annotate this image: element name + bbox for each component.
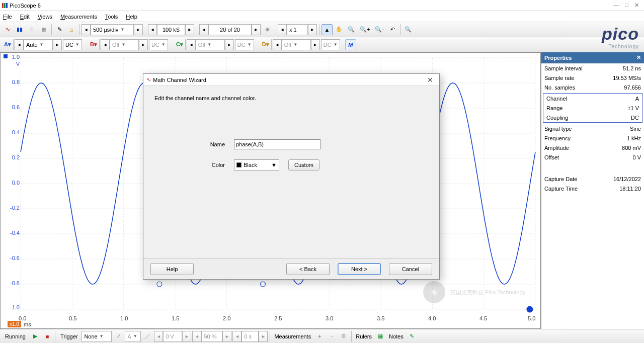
hand-icon[interactable]: ✋ [334,24,345,35]
timebase-control[interactable]: ◄ 500 µs/div▼ ► [82,24,143,35]
timebase-combo[interactable]: 500 µs/div▼ [91,24,134,35]
window-titlebar: PicoScope 6 — □ ✕ [0,0,644,11]
samples-value-box[interactable]: 100 kS [157,24,185,35]
menu-tools[interactable]: Tools [105,14,118,20]
math-channel-icon[interactable]: M [345,39,356,50]
buffer-prev[interactable]: ◄ [199,24,208,35]
color-value: Black [244,162,257,168]
rulers-icon[interactable]: ▦ [375,331,386,342]
maximize-button[interactable]: □ [625,2,628,9]
statusbar: Running ▶ ■ Trigger None▼ ↗ A▼ ／ ◄0 V► ◄… [0,329,644,343]
math-channel-wizard-dialog: ∿ Math Channel Wizard ✕ Edit the channel… [143,73,440,280]
properties-close-icon[interactable]: ✕ [636,54,641,61]
back-button[interactable]: < Back [286,263,330,275]
go-button[interactable]: ▶ [30,331,41,342]
notes-icon[interactable]: ✎ [407,331,418,342]
pointer-icon[interactable]: ▲ [321,24,333,35]
timebase-next[interactable]: ► [134,24,143,35]
samples-prev[interactable]: ◄ [148,24,157,35]
zoom-undo-icon[interactable]: ↶ [387,24,398,35]
measurements-remove-icon[interactable]: － [326,331,337,342]
spectrum-view-icon[interactable]: ▮▮ [14,24,25,35]
buffer-value: 20 of 20 [220,27,240,33]
zoom-out-icon[interactable]: 🔍- [373,24,386,35]
samples-control[interactable]: ◄ 100 kS ► [148,24,194,35]
zoom-area-icon[interactable]: 🔍 [346,24,357,35]
y-unit: V [12,61,20,67]
samples-next[interactable]: ► [185,24,194,35]
samples-value: 100 kS [163,27,180,33]
channel-d-chip[interactable]: D▾ [260,39,272,50]
x-scale-chip[interactable]: x1.0 [8,321,21,327]
zoom-next[interactable]: ► [308,24,317,35]
custom-color-button[interactable]: Custom [288,159,319,170]
menu-views[interactable]: Views [38,14,52,20]
trigger-edge-icon[interactable]: ↗ [113,331,124,342]
trigger-channel[interactable]: A▼ [125,331,141,342]
channel-b-chip[interactable]: B▾ [88,39,100,50]
home-icon[interactable]: ⌂ [66,24,77,35]
x-unit: ms [24,321,31,327]
close-button[interactable]: ✕ [634,2,639,9]
channel-a-chip[interactable]: A▾ [2,39,14,50]
zoom-fit-icon[interactable]: 🔍 [403,24,414,35]
zoom-prev[interactable]: ◄ [278,24,287,35]
channel-b-coupling[interactable]: DC▼ [149,39,168,50]
notes-label[interactable]: Notes [387,333,406,339]
next-button[interactable]: Next > [338,263,381,275]
buffer-next[interactable]: ► [252,24,261,35]
toolbar-channels: A▾ ◄ Auto▼ ► DC▼ B▾ ◄ Off▼ ► DC▼ C▾ ◄ Of… [0,37,644,52]
measurements-label[interactable]: Measurements [272,333,313,339]
channel-a-coupling[interactable]: DC▼ [63,39,82,50]
measurements-add-icon[interactable]: ＋ [314,331,325,342]
timebase-value: 500 µs/div [93,27,118,33]
menu-help[interactable]: Help [126,14,137,20]
channel-c-range-val: Off [198,42,205,48]
help-button[interactable]: Help [150,263,194,275]
channel-c-range[interactable]: ◄ Off▼ ► [187,39,234,50]
x-tick: 4.0 [428,315,436,321]
stop-button[interactable]: ■ [42,331,53,342]
measurements-edit-icon[interactable]: ⚙ [338,331,349,342]
channel-name-input[interactable] [234,139,320,149]
zoom-in-icon[interactable]: 🔍+ [358,24,372,35]
menu-edit[interactable]: Edit [20,14,30,20]
minimize-button[interactable]: — [613,2,619,9]
channel-c-coupling[interactable]: DC▼ [235,39,254,50]
trigger-level[interactable]: ◄0 V► [154,331,191,342]
properties-panel: Properties ✕ Sample interval51.2 ns Samp… [541,52,644,329]
menu-measurements[interactable]: Measurements [60,14,97,20]
trigger-slope-icon[interactable]: ／ [142,331,153,342]
timebase-prev[interactable]: ◄ [82,24,91,35]
zoom-control[interactable]: ◄ x 1 ► [278,24,317,35]
dialog-close-icon[interactable]: ✕ [424,76,436,84]
y-tick: -0.8 [3,280,20,286]
zoom-value: x 1 [289,27,297,33]
trigger-percent[interactable]: ◄50 %► [192,331,231,342]
channel-d-range[interactable]: ◄ Off▼ ► [273,39,320,50]
app-icon [2,3,8,8]
y-tick: -0.2 [3,205,20,211]
color-label: Color [205,162,225,168]
cancel-button[interactable]: Cancel [389,263,432,275]
wand-icon[interactable]: ✎ [54,24,65,35]
y-tick: 0.6 [3,104,20,110]
trigger-mode[interactable]: None▼ [82,331,112,342]
channel-b-range[interactable]: ◄ Off▼ ► [101,39,148,50]
channel-a-range[interactable]: ◄ Auto▼ ► [15,39,62,50]
channel-d-coupling[interactable]: DC▼ [321,39,340,50]
persistence-icon[interactable]: ⅲ [26,24,37,35]
signal-generator-icon[interactable]: ∿ [2,24,13,35]
zoom-value-box[interactable]: x 1 [287,24,308,35]
target-icon[interactable]: ⊕ [262,24,273,35]
menu-file[interactable]: File [3,14,12,20]
view-icon[interactable]: ▦ [38,24,49,35]
trigger-delay[interactable]: ◄0 s► [232,331,268,342]
rulers-label[interactable]: Rulers [354,333,374,339]
color-combo[interactable]: Black ▼ [234,159,279,170]
buffer-control[interactable]: ◄ 20 of 20 ► [199,24,261,35]
dialog-title: Math Channel Wizard [153,77,206,83]
x-tick: 1.5 [172,315,179,321]
buffer-value-box[interactable]: 20 of 20 [208,24,252,35]
channel-c-chip[interactable]: C▾ [174,39,186,50]
